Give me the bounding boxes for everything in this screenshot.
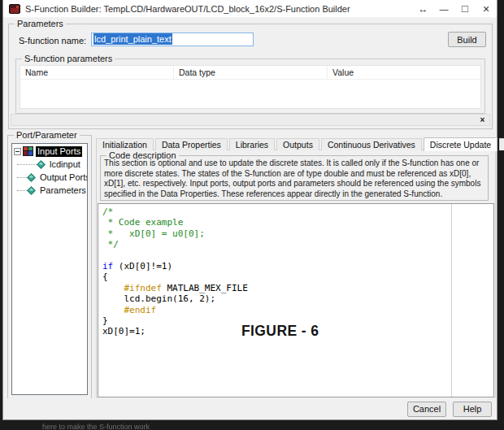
tree-item-label[interactable]: Output Ports bbox=[38, 172, 88, 183]
code-line: #endif bbox=[102, 305, 248, 315]
port-diamond-icon bbox=[27, 186, 36, 195]
tab-bar: Initialization Data Properties Libraries… bbox=[96, 137, 495, 150]
port-parameter-tree[interactable]: Input Ports lcdinput Output Ports bbox=[11, 143, 88, 395]
close-button[interactable]: × bbox=[476, 0, 497, 17]
code-line: xD[0]=1; bbox=[102, 326, 248, 337]
column-header-value[interactable]: Value bbox=[328, 66, 480, 79]
tree-connector bbox=[17, 190, 27, 191]
tree-item-label[interactable]: Parameters bbox=[38, 185, 88, 196]
minimize-button[interactable]: — bbox=[433, 0, 454, 17]
help-button[interactable]: Help bbox=[453, 402, 492, 417]
column-header-data-type[interactable]: Data type bbox=[174, 66, 328, 79]
sfunction-parameters-group: S-function parameters Name Data type Val… bbox=[15, 59, 485, 114]
code-description-group: Code description This section is optiona… bbox=[100, 155, 489, 201]
tree-item-label[interactable]: lcdinput bbox=[48, 159, 82, 170]
code-editor[interactable]: /* * Code example * xD[0] = u0[0]; */ if… bbox=[98, 203, 494, 397]
port-parameter-group-label: Port/Parameter bbox=[14, 130, 80, 140]
dock-icon[interactable]: ↔ bbox=[412, 0, 433, 17]
selected-text: lcd_print_plain_text bbox=[93, 33, 172, 45]
code-line bbox=[102, 250, 248, 261]
title-bar[interactable]: S-Function Builder: TempLCD/HardwareOUT/… bbox=[3, 0, 497, 18]
sfunction-builder-app-icon bbox=[9, 4, 20, 14]
parameters-table[interactable]: Name Data type Value bbox=[20, 65, 481, 109]
sfunction-name-label: S-function name: bbox=[19, 36, 86, 46]
code-lines: /* * Code example * xD[0] = u0[0]; */ if… bbox=[102, 206, 248, 337]
hint-bar: × bbox=[11, 114, 490, 126]
code-line: * xD[0] = u0[0]; bbox=[102, 228, 248, 239]
code-line: lcd.begin(16, 2); bbox=[102, 293, 248, 304]
tree-item-parameters[interactable]: Parameters bbox=[12, 185, 87, 196]
window-title: S-Function Builder: TempLCD/HardwareOUT/… bbox=[25, 4, 350, 14]
tree-connector bbox=[17, 177, 27, 178]
build-button[interactable]: Build bbox=[448, 32, 486, 47]
cancel-button[interactable]: Cancel bbox=[407, 402, 446, 417]
cropped-page-text: here to make the S-function work bbox=[42, 423, 254, 430]
tab-discrete-update[interactable]: Discrete Update bbox=[424, 137, 497, 151]
discrete-update-panel: Code description This section is optiona… bbox=[96, 150, 496, 399]
tree-item-output-ports[interactable]: Output Ports bbox=[12, 172, 87, 183]
code-editor-side-column[interactable] bbox=[451, 204, 493, 397]
parameters-table-header: Name Data type Value bbox=[20, 66, 480, 80]
tab-data-properties[interactable]: Data Properties bbox=[155, 138, 228, 150]
hint-close-icon[interactable]: × bbox=[477, 115, 488, 125]
code-description-text: This section is optional and use to upda… bbox=[104, 159, 485, 199]
window-controls: ↔ — □ × bbox=[412, 0, 497, 17]
code-line: /* bbox=[102, 206, 248, 217]
tab-build-info[interactable]: Build Info bbox=[499, 138, 504, 150]
code-line: * Code example bbox=[102, 217, 248, 228]
parameters-group-label: Parameters bbox=[15, 19, 66, 28]
tree-item-label[interactable]: Input Ports bbox=[36, 146, 82, 157]
port-diamond-icon bbox=[27, 173, 36, 182]
footer-bar: Cancel Help bbox=[3, 398, 497, 419]
port-parameter-group: Port/Parameter Input Ports bbox=[7, 135, 92, 399]
code-line: #ifndef MATLAB_MEX_FILE bbox=[102, 283, 248, 293]
sfunction-parameters-group-label: S-function parameters bbox=[22, 54, 115, 63]
sfunction-builder-dialog: S-Function Builder: TempLCD/HardwareOUT/… bbox=[2, 0, 497, 420]
code-line: { bbox=[102, 271, 248, 282]
figure-caption: FIGURE - 6 bbox=[241, 323, 319, 340]
tree-item-lcdinput[interactable]: lcdinput bbox=[12, 159, 87, 170]
code-line: */ bbox=[102, 239, 248, 250]
sfunction-name-input[interactable]: lcd_print_plain_text bbox=[91, 33, 254, 46]
collapse-icon[interactable] bbox=[14, 148, 21, 155]
tree-item-input-ports[interactable]: Input Ports bbox=[12, 146, 87, 157]
tab-outputs[interactable]: Outputs bbox=[276, 138, 319, 150]
tab-continuous-derivatives[interactable]: Continuous Derivatives bbox=[321, 138, 422, 150]
maximize-button[interactable]: □ bbox=[454, 0, 476, 17]
tab-libraries[interactable]: Libraries bbox=[229, 138, 275, 150]
tab-initialization[interactable]: Initialization bbox=[96, 138, 154, 150]
port-diamond-icon bbox=[37, 160, 46, 169]
parameters-group: Parameters S-function name: lcd_print_pl… bbox=[8, 24, 493, 129]
code-line: } bbox=[102, 315, 248, 326]
code-line: if (xD[0]!=1) bbox=[102, 261, 248, 271]
tree-connector bbox=[17, 164, 37, 165]
input-ports-icon bbox=[23, 146, 33, 156]
column-header-name[interactable]: Name bbox=[20, 66, 174, 79]
